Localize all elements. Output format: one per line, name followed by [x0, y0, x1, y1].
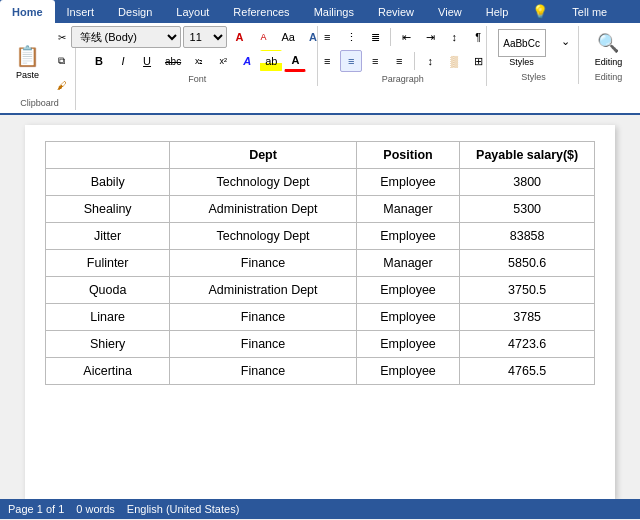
editing-row: 🔍 Editing [587, 26, 629, 70]
italic-button[interactable]: I [112, 50, 134, 72]
cell-name: Aicertina [46, 358, 170, 385]
text-highlight-button[interactable]: ab [260, 50, 282, 72]
styles-preview: AaBbCc [503, 38, 540, 49]
tab-layout[interactable]: Layout [164, 0, 221, 23]
paste-button[interactable]: 📋 Paste [7, 39, 49, 83]
styles-group: AaBbCc Styles ⌄ Styles [489, 26, 579, 84]
sort-button[interactable]: ↕ [443, 26, 465, 48]
clipboard-buttons: 📋 Paste ✂ ⧉ 🖌 [7, 26, 73, 96]
styles-button[interactable]: AaBbCc Styles [491, 26, 553, 70]
align-right-button[interactable]: ≡ [364, 50, 386, 72]
editing-button[interactable]: 🔍 Editing [587, 26, 629, 70]
cell-position: Employee [356, 277, 460, 304]
cell-salary: 3800 [460, 169, 595, 196]
clipboard-label: Clipboard [20, 98, 59, 108]
grow-font-button[interactable]: A [229, 26, 251, 48]
numbering-button[interactable]: ⋮ [340, 26, 362, 48]
copy-button[interactable]: ⧉ [51, 50, 73, 72]
tab-lightbulb[interactable]: 💡 [520, 0, 560, 23]
paragraph-group: ≡ ⋮ ≣ ⇤ ⇥ ↕ ¶ ≡ ≡ ≡ ≡ ↕ ▒ ⊞ Paragraph [320, 26, 488, 86]
superscript-button[interactable]: x² [212, 50, 234, 72]
underline-button[interactable]: U [136, 50, 158, 72]
strikethrough-button[interactable]: abc [160, 50, 186, 72]
font-size-select[interactable]: 11 [183, 26, 227, 48]
cell-dept: Administration Dept [170, 196, 356, 223]
page[interactable]: Dept Position Payable salary($) Babily T… [25, 125, 615, 499]
sep2 [414, 52, 415, 70]
shading-button[interactable]: ▒ [443, 50, 465, 72]
font-row2: B I U abc x₂ x² A ab A [88, 50, 306, 72]
cell-name: Shiery [46, 331, 170, 358]
cell-dept: Technology Dept [170, 169, 356, 196]
font-group: 等线 (Body) 11 A A Aa A B I U abc x₂ x² A … [78, 26, 318, 86]
table-row: Quoda Administration Dept Employee 3750.… [46, 277, 595, 304]
paragraph-label: Paragraph [382, 74, 424, 84]
font-color-button[interactable]: A [284, 50, 306, 72]
cut-button[interactable]: ✂ [51, 26, 73, 48]
tab-home[interactable]: Home [0, 0, 55, 23]
cell-position: Employee [356, 358, 460, 385]
data-table: Dept Position Payable salary($) Babily T… [45, 141, 595, 385]
table-row: Linare Finance Employee 3785 [46, 304, 595, 331]
tab-view[interactable]: View [426, 0, 474, 23]
font-family-select[interactable]: 等线 (Body) [71, 26, 181, 48]
cell-salary: 4765.5 [460, 358, 595, 385]
cell-position: Employee [356, 223, 460, 250]
cell-name: Babily [46, 169, 170, 196]
paste-icon: 📋 [14, 42, 42, 70]
editing-icon: 🔍 [594, 29, 622, 57]
subscript-button[interactable]: x₂ [188, 50, 210, 72]
shrink-font-button[interactable]: A [253, 26, 275, 48]
align-center-button[interactable]: ≡ [340, 50, 362, 72]
tab-insert[interactable]: Insert [55, 0, 107, 23]
table-row: Babily Technology Dept Employee 3800 [46, 169, 595, 196]
justify-button[interactable]: ≡ [388, 50, 410, 72]
cell-dept: Finance [170, 304, 356, 331]
clear-format-button[interactable]: Aa [277, 26, 300, 48]
cell-salary: 5300 [460, 196, 595, 223]
styles-dialog-button[interactable]: ⌄ [555, 30, 577, 52]
editing-label: Editing [595, 57, 623, 67]
cell-name: Quoda [46, 277, 170, 304]
ribbon-body: 📋 Paste ✂ ⧉ 🖌 Clipboard 等线 (Body) 11 [0, 23, 640, 115]
ribbon-tabs: Home Insert Design Layout References Mai… [0, 0, 640, 23]
bold-button[interactable]: B [88, 50, 110, 72]
status-bar: Page 1 of 1 0 words English (United Stat… [0, 499, 640, 519]
table-row: Aicertina Finance Employee 4765.5 [46, 358, 595, 385]
increase-indent-button[interactable]: ⇥ [419, 26, 441, 48]
cell-salary: 3750.5 [460, 277, 595, 304]
tab-review[interactable]: Review [366, 0, 426, 23]
format-painter-button[interactable]: 🖌 [51, 74, 73, 96]
tab-mailings[interactable]: Mailings [302, 0, 366, 23]
cell-name: Linare [46, 304, 170, 331]
borders-button[interactable]: ⊞ [467, 50, 489, 72]
cell-dept: Administration Dept [170, 277, 356, 304]
bullets-button[interactable]: ≡ [316, 26, 338, 48]
ribbon: Home Insert Design Layout References Mai… [0, 0, 640, 115]
tab-tell-me[interactable]: Tell me [560, 0, 619, 23]
line-spacing-button[interactable]: ↕ [419, 50, 441, 72]
multilevel-button[interactable]: ≣ [364, 26, 386, 48]
table-row: Shiery Finance Employee 4723.6 [46, 331, 595, 358]
cell-position: Manager [356, 250, 460, 277]
cell-position: Employee [356, 331, 460, 358]
cell-dept: Finance [170, 358, 356, 385]
document-area: Dept Position Payable salary($) Babily T… [0, 115, 640, 499]
para-row2: ≡ ≡ ≡ ≡ ↕ ▒ ⊞ [316, 50, 489, 72]
decrease-indent-button[interactable]: ⇤ [395, 26, 417, 48]
tab-help[interactable]: Help [474, 0, 521, 23]
word-count: 0 words [76, 503, 115, 515]
tab-design[interactable]: Design [106, 0, 164, 23]
cell-dept: Finance [170, 250, 356, 277]
table-body: Babily Technology Dept Employee 3800 She… [46, 169, 595, 385]
cell-salary: 4723.6 [460, 331, 595, 358]
font-row1: 等线 (Body) 11 A A Aa A [71, 26, 324, 48]
tab-references[interactable]: References [221, 0, 301, 23]
clipboard-group: 📋 Paste ✂ ⧉ 🖌 Clipboard [4, 26, 76, 110]
page-info: Page 1 of 1 [8, 503, 64, 515]
cell-name: Jitter [46, 223, 170, 250]
text-effects-button[interactable]: A [236, 50, 258, 72]
show-marks-button[interactable]: ¶ [467, 26, 489, 48]
cell-name: Fulinter [46, 250, 170, 277]
align-left-button[interactable]: ≡ [316, 50, 338, 72]
